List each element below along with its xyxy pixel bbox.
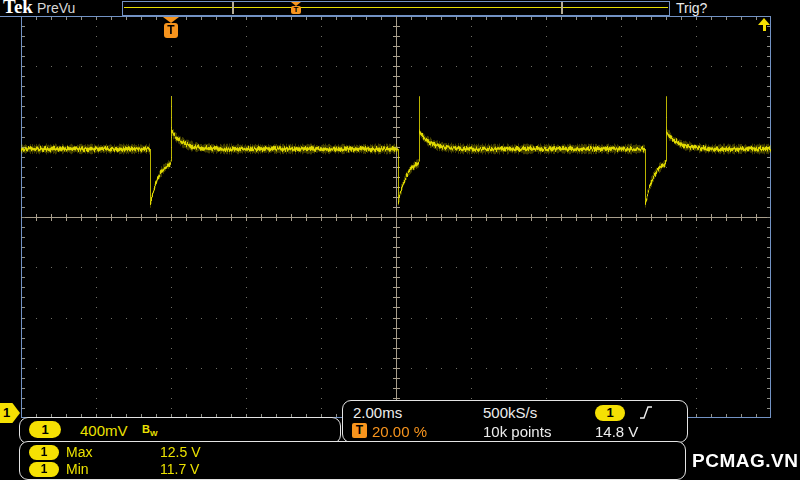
record-waveform-line [124, 7, 668, 8]
acquisition-mode-label: PreVu [37, 0, 75, 16]
trigger-level-offscreen-arrow-icon [757, 18, 771, 31]
measurement-value: 12.5 V [160, 444, 200, 460]
window-bracket-left-icon [232, 2, 234, 14]
trigger-t-icon: T [352, 423, 367, 438]
measurement-name: Min [66, 461, 89, 477]
time-per-div: 2.00ms [353, 404, 402, 421]
channel1-badge: 1 [29, 445, 59, 460]
trigger-level: 14.8 V [595, 423, 638, 440]
measurement-row: 1 Max 12.5 V [20, 444, 685, 460]
measurement-row: 1 Min 11.7 V [20, 461, 685, 477]
record-length: 10k points [483, 423, 551, 440]
channel1-scale: 400mV [80, 422, 128, 439]
bandwidth-limit-icon: BW [142, 423, 158, 438]
trigger-position-percent: 20.00 % [372, 423, 427, 440]
watermark-logo: PCMAG.VN [692, 450, 798, 472]
channel1-badge: 1 [29, 462, 59, 477]
channel1-position-marker: 1 [0, 403, 20, 423]
rising-edge-icon [639, 405, 653, 420]
horizontal-trigger-readout-box: 2.00ms 500kS/s 1 T 20.00 % 10k points 14… [342, 400, 688, 443]
oscilloscope-screen: Tek PreVu T Trig? T 1 1 400mV BW 2.00ms … [0, 0, 800, 480]
top-divider-line [0, 16, 21, 17]
record-trigger-marker-icon: T [290, 2, 302, 14]
trigger-status-label: Trig? [676, 0, 707, 16]
record-view-bar: T [122, 1, 670, 16]
window-bracket-right-icon [561, 2, 563, 14]
trigger-source-badge: 1 [595, 405, 625, 421]
channel1-readout-box: 1 400mV BW [19, 417, 341, 444]
trigger-position-marker: T [163, 17, 179, 38]
measurement-value: 11.7 V [160, 461, 199, 477]
measurements-box: 1 Max 12.5 V 1 Min 11.7 V [19, 441, 686, 480]
sample-rate: 500kS/s [483, 404, 537, 421]
channel1-badge: 1 [29, 421, 61, 438]
waveform-display [21, 16, 771, 418]
measurement-name: Max [66, 444, 92, 460]
